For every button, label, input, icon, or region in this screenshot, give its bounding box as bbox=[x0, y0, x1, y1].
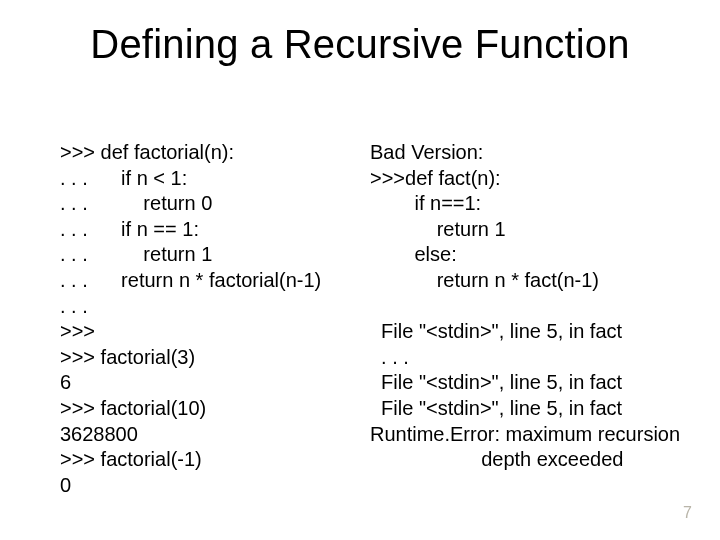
code-block-bad: Bad Version: >>>def fact(n): if n==1: re… bbox=[370, 140, 690, 473]
code-block-good: >>> def factorial(n): . . . if n < 1: . … bbox=[60, 140, 360, 498]
page-number: 7 bbox=[683, 504, 692, 522]
slide: Defining a Recursive Function >>> def fa… bbox=[0, 0, 720, 540]
slide-title: Defining a Recursive Function bbox=[0, 22, 720, 67]
